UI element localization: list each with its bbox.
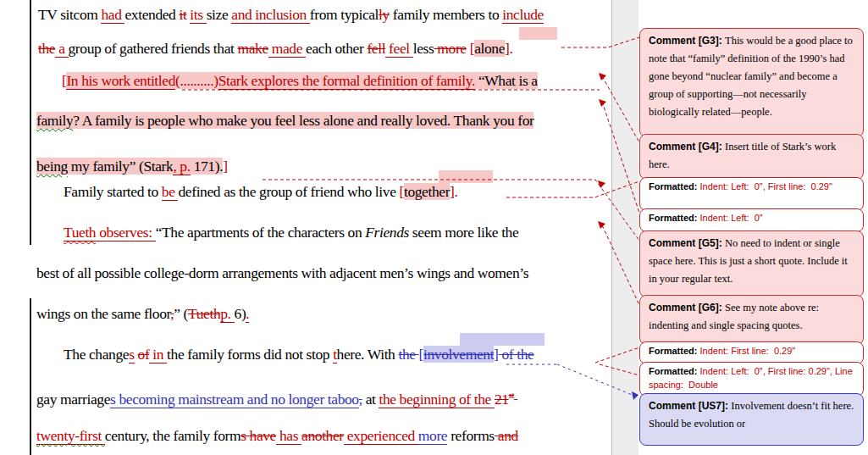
- formatted-3-text: Indent: First line: 0.29": [700, 346, 796, 356]
- text-segment: best of all possible college-dorm arrang…: [36, 264, 528, 281]
- text-segment: The change: [64, 346, 129, 363]
- text-segment: s becoming mainstream and no longer tabo…: [110, 391, 359, 408]
- text-segment: “The apartments of the characters on: [156, 224, 366, 241]
- text-segment: group of gathered friends that: [69, 40, 238, 57]
- text-segment: Friends: [365, 224, 409, 241]
- text-segment: In his work entitled: [66, 72, 175, 90]
- comment-g4[interactable]: Comment [G4]: Insert title of Stark’s wo…: [639, 134, 864, 180]
- text-segment: ly: [379, 6, 390, 23]
- text-line-12[interactable]: twenty-first century, the family forms h…: [36, 426, 518, 445]
- text-segment: family: [36, 112, 73, 129]
- text-segment: 6): [235, 305, 246, 322]
- text-line-4[interactable]: family? A family is people who make you …: [36, 111, 534, 130]
- text-segment: of: [138, 346, 150, 363]
- text-segment: fell: [367, 40, 385, 57]
- text-segment: the: [398, 346, 418, 363]
- text-line-2[interactable]: the a group of gathered friends that mak…: [38, 39, 512, 58]
- comment-g3-text: This would be a good place to note that …: [649, 35, 853, 118]
- formatted-2-text: Indent: Left: 0": [700, 213, 763, 223]
- comment-g4-label: Comment [G4]:: [649, 141, 725, 153]
- text-line-6[interactable]: Family started to be defined as the grou…: [64, 182, 458, 201]
- text-segment: has: [276, 427, 301, 445]
- markup-gutter: [611, 0, 639, 455]
- text-line-5[interactable]: being my family” (Stark, p. 171).]: [36, 157, 228, 175]
- text-segment: made: [268, 40, 306, 58]
- text-segment: ? A family is people who make you feel l…: [73, 112, 534, 129]
- text-segment: from typical: [310, 6, 379, 23]
- text-segment: experienced: [344, 427, 418, 445]
- formatted-1-label: Formatted:: [649, 181, 700, 191]
- text-line-1[interactable]: TV sitcom had extended it its size and i…: [38, 5, 544, 24]
- formatted-2[interactable]: Formatted: Indent: Left: 0": [639, 208, 864, 232]
- text-segment: its: [190, 6, 206, 24]
- text-segment: twenty-first: [36, 427, 105, 445]
- text-line-8[interactable]: best of all possible college-dorm arrang…: [36, 264, 528, 282]
- text-segment: a: [55, 40, 68, 58]
- comment-g5[interactable]: Comment [G5]: No need to indent or singl…: [639, 230, 864, 297]
- text-segment: my family”: [68, 158, 139, 175]
- text-segment: be: [162, 183, 179, 201]
- text-segment: make: [237, 40, 268, 57]
- text-segment: involvement: [423, 346, 494, 363]
- comment-anchor-highlight: [460, 333, 545, 346]
- comment-anchor-highlight: [519, 27, 557, 40]
- text-segment: (Stark: [139, 158, 173, 175]
- text-segment: Family started to: [64, 183, 162, 200]
- text-line-9[interactable]: wings on the same floor,” (Tuethp. 6).: [36, 304, 249, 323]
- text-segment: at: [362, 391, 379, 408]
- formatted-4[interactable]: Formatted: Indent: Left: 0", First line:…: [639, 362, 864, 397]
- text-segment: more: [434, 40, 466, 57]
- formatted-4-label: Formatted:: [649, 366, 700, 376]
- text-segment: include: [502, 6, 544, 24]
- comment-g6-label: Comment [G6]:: [649, 302, 725, 314]
- text-segment: another: [301, 427, 344, 444]
- text-line-11[interactable]: gay marriages becoming mainstream and no…: [36, 386, 517, 408]
- comment-g6[interactable]: Comment [G6]: See my note above re: inde…: [639, 295, 864, 345]
- text-segment: observes:: [96, 224, 155, 241]
- text-line-3[interactable]: [In his work entitled(..........)Stark e…: [62, 71, 538, 90]
- text-segment: 21: [495, 391, 509, 408]
- changed-lines-bar-top: [30, 0, 31, 245]
- text-segment: alone: [474, 40, 505, 57]
- formatted-1[interactable]: Formatted: Indent: Left: 0", First line:…: [639, 177, 864, 211]
- text-segment: p.: [220, 305, 234, 323]
- text-segment: TV sitcom: [38, 6, 101, 23]
- text-segment: ]: [223, 158, 227, 175]
- text-segment: in: [149, 346, 167, 363]
- comment-us7[interactable]: Comment [US7]: Involvement doesn’t fit h…: [639, 393, 864, 446]
- text-segment: Tueth: [64, 224, 96, 241]
- text-segment: the: [38, 40, 55, 57]
- comment-g5-label: Comment [G5]:: [649, 237, 725, 249]
- text-segment: together: [404, 183, 450, 200]
- text-segment: here. With: [337, 346, 399, 363]
- text-segment: had: [101, 6, 124, 24]
- formatted-3[interactable]: Formatted: Indent: First line: 0.29": [639, 341, 864, 364]
- text-segment: reforms: [447, 427, 495, 444]
- text-segment: extended: [124, 6, 179, 23]
- formatted-1-text: Indent: Left: 0", First line: 0.29": [700, 181, 832, 191]
- text-segment: the family forms did not stop: [167, 346, 333, 363]
- text-segment: 171).: [191, 158, 223, 175]
- text-segment: , p.: [173, 158, 190, 175]
- comment-g3[interactable]: Comment [G3]: This would be a good place…: [639, 28, 864, 137]
- text-segment: feel: [385, 40, 413, 58]
- text-line-10[interactable]: The changes of in the family forms did n…: [64, 345, 534, 363]
- text-line-7[interactable]: Tueth observes: “The apartments of the c…: [64, 223, 518, 241]
- text-segment: size: [207, 6, 232, 23]
- text-segment: defined as the group of friend who live: [178, 183, 399, 200]
- text-segment: Stark explores the formal definition of …: [218, 72, 475, 90]
- text-segment: ” (: [174, 305, 188, 322]
- text-segment: each other: [306, 40, 367, 57]
- text-segment: Tueth: [188, 305, 220, 322]
- text-segment: seem more like the: [409, 224, 518, 241]
- text-segment: and inclusion: [231, 6, 310, 24]
- text-segment: s have: [240, 427, 276, 444]
- text-segment: .: [509, 40, 512, 57]
- text-segment: ..........: [180, 72, 213, 89]
- text-segment: century, the family form: [105, 427, 240, 444]
- formatted-2-label: Formatted:: [649, 213, 700, 223]
- text-segment: wings on the same floor: [36, 305, 170, 322]
- text-segment: of the: [499, 346, 534, 363]
- text-segment: being: [36, 158, 68, 175]
- text-segment: “What is a: [475, 72, 538, 89]
